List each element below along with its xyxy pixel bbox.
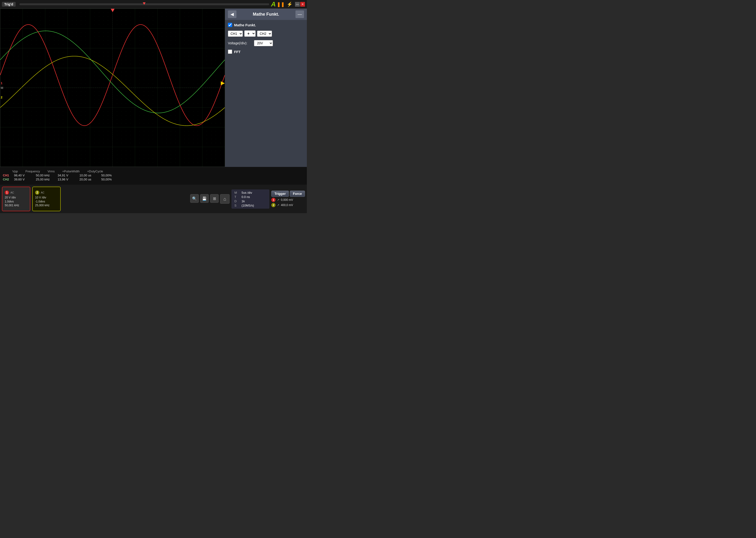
ch1-divs: 1.0divs [5, 200, 27, 204]
header-pulse: +PulseWidth [62, 170, 80, 173]
header-vrms: Vrms [48, 170, 55, 173]
ch1-select[interactable]: CH1 CH2 [228, 30, 243, 37]
ch1-ac-label: AC [10, 191, 14, 194]
ch1-freq: 50,00 kHz [36, 174, 55, 177]
ch1-vrms: 34,91 V [58, 174, 77, 177]
time-s-row: S (10MS/s) [234, 204, 267, 207]
close-button[interactable]: ✕ [300, 2, 305, 7]
ch1-measurements: CH1 98,40 V 50,00 kHz 34,91 V 10,00 us 5… [3, 174, 304, 177]
top-bar: Trig'd A ❚❚ ⚡ — ✕ [0, 0, 307, 9]
ch2-duty: 50,00% [101, 178, 120, 181]
header-freq: Frequency [26, 170, 40, 173]
ch2-measurements: CH2 39,60 V 25,00 kHz 13,96 V 20,00 us 5… [3, 178, 304, 181]
time-t-row: T 0.0 ns [234, 195, 267, 199]
minimize-button[interactable]: — [295, 2, 300, 7]
main-area: 1 M 2 ▶ ◀ Mathe Funkt. — Mathe Funkt. CH… [0, 9, 307, 167]
back-button[interactable]: ◀ [228, 10, 237, 18]
trigger-force-area: Trigger Force 1 ↗ 0,000 mV 2 ↗ 400,0 mV [271, 190, 305, 207]
ch2-label: 2 [1, 95, 2, 99]
oscilloscope-screen[interactable]: 1 M 2 ▶ [0, 9, 225, 167]
fft-row: FFT [228, 50, 304, 54]
lightning-icon: ⚡ [287, 1, 293, 7]
ch1-label: 1 [1, 81, 2, 85]
pause-icon[interactable]: ❚❚ [277, 1, 285, 7]
ch2-divs: -1.0divs [35, 200, 58, 204]
ch1-circle: 1 [5, 190, 9, 195]
ch2-vpp: 39,60 V [14, 178, 33, 181]
time-t-key: T [234, 195, 239, 199]
icon-row: 🔍 💾 ⊞ ⌂ [190, 194, 230, 204]
time-info-box: M 5us /div T 0.0 ns D 1k S (10MS/s) [232, 189, 269, 209]
trigger2-arrow-icon: ↗ [277, 203, 279, 207]
ch2-pulse: 20,00 us [80, 178, 98, 181]
measurements-bar: Vpp Frequency Vrms +PulseWidth +DutyCycl… [0, 167, 307, 185]
ch2-select[interactable]: CH1 CH2 [257, 30, 272, 37]
panel-header: ◀ Mathe Funkt. — [225, 9, 307, 20]
trigger-force-buttons: Trigger Force [271, 190, 305, 197]
header-vpp: Vpp [12, 170, 18, 173]
trigger-ch1-row: 1 ↗ 0,000 mV [271, 198, 305, 202]
time-s-val: (10MS/s) [242, 204, 254, 207]
run-indicator: A [271, 0, 276, 8]
waveform-canvas [0, 9, 225, 167]
ch1-voltage: 20 V /div [5, 195, 27, 200]
ch2-ac-label: AC [41, 191, 44, 194]
panel-title: Mathe Funkt. [237, 12, 296, 17]
ch1-duty: 50,00% [101, 174, 120, 177]
bottom-area: 1 AC 20 V /div 1.0divs 50,001 kHz 2 AC 1… [0, 185, 307, 213]
home-button[interactable]: ⌂ [220, 194, 230, 204]
ch2-info-box[interactable]: 2 AC 10 V /div -1.0divs 25,000 kHz [32, 187, 61, 211]
ch1-freq: 50,001 kHz [5, 203, 27, 207]
voltage-row: Voltage(/div): 5V 10V 20V 50V [228, 40, 304, 46]
fft-label: FFT [234, 50, 241, 54]
ch2-voltage: 10 V /div [35, 195, 58, 200]
trigger-button[interactable]: Trigger [271, 190, 289, 197]
panel-content: Mathe Funkt. CH1 CH2 + - × ÷ CH1 CH2 [225, 20, 307, 167]
right-panel-arrow[interactable]: ▶ [221, 80, 225, 86]
channel-operator-group: CH1 CH2 + - × ÷ CH1 CH2 [228, 30, 304, 37]
screenshot-button[interactable]: ⊞ [210, 194, 219, 203]
ch1-meas-label: CH1 [3, 174, 11, 177]
trig-badge: Trig'd [2, 2, 16, 7]
trigger-timeline [20, 3, 269, 5]
time-d-val: 1k [242, 199, 245, 203]
trigger-arrow-icon: ↗ [277, 198, 279, 201]
measurement-headers: Vpp Frequency Vrms +PulseWidth +DutyCycl… [12, 170, 304, 173]
ch1-vpp: 98,40 V [14, 174, 33, 177]
ch2-freq: 25,00 kHz [36, 178, 55, 181]
ch2-meas-label: CH2 [3, 178, 11, 181]
trigger-ch2-mv: 400,0 mV [281, 203, 293, 207]
ch2-freq: 25,000 kHz [35, 203, 58, 207]
math-label: M [1, 86, 3, 90]
trigger-ch2-icon: 2 [271, 203, 276, 207]
fft-checkbox[interactable] [228, 50, 232, 54]
ch1-pulse: 10,00 us [80, 174, 98, 177]
trigger-position-marker [143, 2, 146, 5]
panel-collapse-button[interactable]: — [296, 10, 304, 18]
header-duty: +DutyCycle [87, 170, 103, 173]
trigger-ch1-mv: 0,000 mV [281, 198, 293, 201]
ch2-circle: 2 [35, 190, 39, 195]
trigger-arrow [111, 9, 115, 12]
time-d-row: D 1k [234, 199, 267, 203]
time-m-row: M 5us /div [234, 191, 267, 194]
force-button[interactable]: Force [290, 190, 305, 197]
mathe-funkt-label: Mathe Funkt. [234, 23, 256, 27]
time-m-val: 5us /div [242, 191, 252, 194]
trigger-ch1-icon: 1 [271, 198, 276, 202]
mathe-funkt-row: Mathe Funkt. [228, 23, 304, 27]
right-panel: ◀ Mathe Funkt. — Mathe Funkt. CH1 CH2 + … [225, 9, 307, 167]
operator-select[interactable]: + - × ÷ [244, 30, 256, 37]
voltage-select[interactable]: 5V 10V 20V 50V [254, 40, 273, 46]
mathe-funkt-checkbox[interactable] [228, 23, 232, 27]
zoom-button[interactable]: 🔍 [190, 194, 199, 203]
time-m-key: M [234, 191, 239, 194]
time-s-key: S [234, 204, 239, 207]
ch1-info-box[interactable]: 1 AC 20 V /div 1.0divs 50,001 kHz [2, 187, 30, 211]
ch2-vrms: 13,96 V [58, 178, 77, 181]
time-t-val: 0.0 ns [242, 195, 250, 199]
time-d-key: D [234, 199, 239, 203]
save-button[interactable]: 💾 [200, 194, 209, 203]
trigger-ch2-row: 2 ↗ 400,0 mV [271, 203, 305, 207]
bottom-right-icons: 🔍 💾 ⊞ ⌂ [190, 194, 230, 204]
